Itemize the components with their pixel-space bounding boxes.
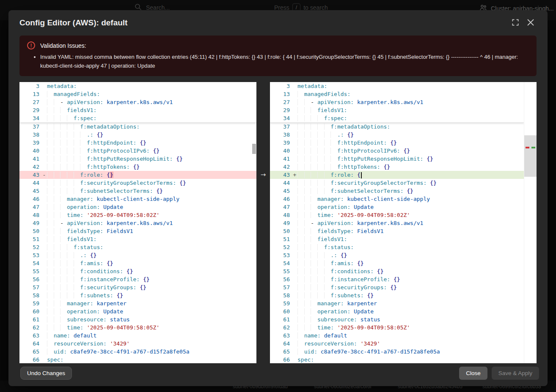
code-line[interactable]: 51 fieldsV1: <box>270 235 524 243</box>
code-line[interactable]: 46 manager: kubectl-client-side-apply <box>19 195 256 203</box>
revert-change-arrow-icon[interactable]: → <box>259 171 268 179</box>
code-line[interactable]: 50 fieldsType: FieldsV1 <box>19 227 256 235</box>
line-content: .: {} <box>297 251 524 259</box>
code-line[interactable]: 59 manager: karpenter <box>19 299 256 307</box>
indent-guides <box>47 140 87 146</box>
code-line[interactable]: 38 .: {} <box>270 131 524 139</box>
overview-slider[interactable] <box>524 135 537 177</box>
diff-marker <box>41 106 47 114</box>
sticky-line[interactable]: 29 fieldsV1: <box>19 106 256 114</box>
code-line[interactable]: 62 time: '2025-09-04T09:58:05Z' <box>270 323 524 332</box>
yaml-diff-editor[interactable]: 3metadata:13 managedFields:27 - apiVersi… <box>19 82 537 363</box>
line-number: 37 <box>270 123 292 131</box>
code-line[interactable]: 52 f:status: <box>270 243 524 251</box>
code-line[interactable]: 42 f:httpTokens: {} <box>270 163 524 171</box>
code-line[interactable]: 43- f:role: {} <box>19 171 256 179</box>
line-number: 50 <box>270 227 292 235</box>
code-line[interactable]: 52 f:status: <box>19 243 256 251</box>
sticky-line[interactable]: 29 fieldsV1: <box>270 106 524 114</box>
code-line[interactable]: 58 f:subnets: {} <box>19 291 256 299</box>
sticky-line[interactable]: 34 f:spec: <box>270 114 524 122</box>
code-line[interactable]: 47 operation: Update <box>19 203 256 211</box>
code-line[interactable]: 65 uid: c8afe97e-38cc-4f91-a767-d15f2a8f… <box>19 348 256 356</box>
line-number: 13 <box>270 90 292 98</box>
code-line[interactable]: 38 .: {} <box>19 131 256 139</box>
code-line[interactable]: 64 resourceVersion: '3429' <box>19 340 256 348</box>
close-dialog-button[interactable] <box>523 15 538 30</box>
code-line[interactable]: 45 f:subnetSelectorTerms: {} <box>270 187 524 195</box>
code-line[interactable]: 41 f:httpPutResponseHopLimit: {} <box>19 155 256 163</box>
sticky-line[interactable]: 13 managedFields: <box>270 90 524 98</box>
code-line[interactable]: 57 f:securityGroups: {} <box>19 283 256 291</box>
code-line[interactable]: 50 fieldsType: FieldsV1 <box>270 227 524 235</box>
line-content: f:metadataOptions: <box>47 123 256 131</box>
code-line[interactable]: 41 f:httpPutResponseHopLimit: {} <box>270 155 524 163</box>
code-line[interactable]: 43+ f:role: { <box>270 171 524 179</box>
code-line[interactable]: 61 subresource: status <box>270 315 524 323</box>
sticky-line[interactable]: 3metadata: <box>270 82 524 90</box>
code-line[interactable]: 48 time: '2025-09-04T09:58:02Z' <box>270 211 524 219</box>
line-number: 41 <box>19 155 41 163</box>
diff-pane-modified[interactable]: 3metadata:13 managedFields:27 - apiVersi… <box>270 82 524 363</box>
line-content: f:subnetSelectorTerms: {} <box>47 187 256 195</box>
undo-changes-button[interactable]: Undo Changes <box>20 367 72 380</box>
vertical-scrollbar-thumb[interactable] <box>252 144 256 154</box>
code-line[interactable]: 60 operation: Update <box>19 307 256 315</box>
code-line[interactable]: 49 - apiVersion: karpenter.k8s.aws/v1 <box>19 219 256 227</box>
code-line[interactable]: 56 f:instanceProfile: {} <box>19 275 256 283</box>
code-line[interactable]: 51 fieldsV1: <box>19 235 256 243</box>
code-line[interactable]: 37 f:metadataOptions: <box>19 123 256 131</box>
indent-guides <box>297 164 337 170</box>
fullscreen-button[interactable] <box>508 15 523 30</box>
diff-pane-original[interactable]: 3metadata:13 managedFields:27 - apiVersi… <box>19 82 256 363</box>
code-line[interactable]: 44 f:securityGroupSelectorTerms: {} <box>19 179 256 187</box>
sticky-line[interactable]: 13 managedFields: <box>19 90 256 98</box>
code-line[interactable]: 61 subresource: status <box>19 315 256 323</box>
code-line[interactable]: 53 .: {} <box>19 251 256 259</box>
code-line[interactable]: 57 f:securityGroups: {} <box>270 283 524 291</box>
line-content: f:httpEndpoint: {} <box>47 139 256 147</box>
code-line[interactable]: 49 - apiVersion: karpenter.k8s.aws/v1 <box>270 219 524 227</box>
code-line[interactable]: 63 name: default <box>270 332 524 340</box>
code-line[interactable]: 44 f:securityGroupSelectorTerms: {} <box>270 179 524 187</box>
close-button[interactable]: Close <box>459 367 487 380</box>
original-code[interactable]: 37 f:metadataOptions:38 .: {}39 f:httpEn… <box>19 123 256 363</box>
code-line[interactable]: 48 time: '2025-09-04T09:58:02Z' <box>19 211 256 219</box>
code-line[interactable]: 45 f:subnetSelectorTerms: {} <box>19 187 256 195</box>
sticky-line[interactable]: 27 - apiVersion: karpenter.k8s.aws/v1 <box>270 98 524 106</box>
diff-marker <box>41 187 47 195</box>
code-line[interactable]: 40 f:httpProtocolIPv6: {} <box>19 147 256 155</box>
code-line[interactable]: 39 f:httpEndpoint: {} <box>270 139 524 147</box>
code-line[interactable]: 60 operation: Update <box>270 307 524 315</box>
code-line[interactable]: 56 f:instanceProfile: {} <box>270 275 524 283</box>
code-line[interactable]: 47 operation: Update <box>270 203 524 211</box>
indent-guides <box>297 284 330 291</box>
code-line[interactable]: 46 manager: kubectl-client-side-apply <box>270 195 524 203</box>
modified-code[interactable]: 37 f:metadataOptions:38 .: {}39 f:httpEn… <box>270 123 524 363</box>
diff-marker <box>41 179 47 187</box>
code-line[interactable]: 53 .: {} <box>270 251 524 259</box>
code-line[interactable]: 54 f:amis: {} <box>19 259 256 267</box>
sticky-line[interactable]: 3metadata: <box>19 82 256 90</box>
code-line[interactable]: 63 name: default <box>19 332 256 340</box>
code-line[interactable]: 39 f:httpEndpoint: {} <box>19 139 256 147</box>
code-line[interactable]: 37 f:metadataOptions: <box>270 123 524 131</box>
diff-overview-ruler[interactable] <box>524 82 537 363</box>
save-apply-button[interactable]: Save & Apply <box>492 367 539 380</box>
code-line[interactable]: 58 f:subnets: {} <box>270 291 524 299</box>
code-line[interactable]: 40 f:httpProtocolIPv6: {} <box>270 147 524 155</box>
code-line[interactable]: 62 time: '2025-09-04T09:58:05Z' <box>19 323 256 332</box>
code-line[interactable]: 54 f:amis: {} <box>270 259 524 267</box>
code-line[interactable]: 55 f:conditions: {} <box>19 267 256 275</box>
line-content: operation: Update <box>297 307 524 315</box>
code-line[interactable]: 55 f:conditions: {} <box>270 267 524 275</box>
code-line[interactable]: 42 f:httpTokens: {} <box>19 163 256 171</box>
diff-marker <box>41 155 47 163</box>
code-line[interactable]: 59 manager: karpenter <box>270 299 524 307</box>
diff-marker <box>292 123 297 131</box>
line-number: 48 <box>19 211 41 219</box>
sticky-line[interactable]: 34 f:spec: <box>19 114 256 122</box>
code-line[interactable]: 64 resourceVersion: '3429' <box>270 340 524 348</box>
code-line[interactable]: 65 uid: c8afe97e-38cc-4f91-a767-d15f2a8f… <box>270 348 524 356</box>
sticky-line[interactable]: 27 - apiVersion: karpenter.k8s.aws/v1 <box>19 98 256 106</box>
